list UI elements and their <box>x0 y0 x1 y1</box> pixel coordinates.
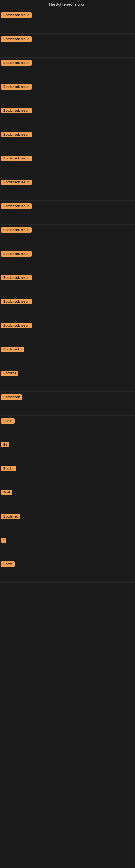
result-row-5: Bottleneck result <box>0 105 135 129</box>
bottleneck-badge-15[interactable]: Bottleneck r <box>1 347 24 352</box>
results-list: Bottleneck resultBottleneck resultBottle… <box>0 10 135 583</box>
bottleneck-badge-20[interactable]: Bottler <box>1 466 16 471</box>
result-row-10: Bottleneck result <box>0 225 135 248</box>
bottleneck-badge-9[interactable]: Bottleneck result <box>1 204 32 209</box>
result-row-1: Bottleneck result <box>0 10 135 34</box>
result-row-3: Bottleneck result <box>0 58 135 82</box>
result-row-22: Bottlenec <box>0 511 135 535</box>
result-row-21: Bottl <box>0 487 135 511</box>
bottleneck-badge-13[interactable]: Bottleneck result <box>1 299 32 304</box>
result-row-24: Bottle <box>0 559 135 583</box>
result-row-23: B <box>0 535 135 559</box>
result-row-6: Bottleneck result <box>0 129 135 153</box>
result-row-16: Bottlene <box>0 368 135 392</box>
bottleneck-badge-10[interactable]: Bottleneck result <box>1 227 32 233</box>
result-row-12: Bottleneck result <box>0 272 135 296</box>
bottleneck-badge-16[interactable]: Bottlene <box>1 371 18 376</box>
result-row-11: Bottleneck result <box>0 248 135 272</box>
site-header: TheBottlenecker.com <box>0 0 135 10</box>
bottleneck-badge-19[interactable]: Bo <box>1 442 9 447</box>
bottleneck-badge-24[interactable]: Bottle <box>1 561 14 567</box>
result-row-2: Bottleneck result <box>0 34 135 58</box>
bottleneck-badge-7[interactable]: Bottleneck result <box>1 156 32 161</box>
result-row-4: Bottleneck result <box>0 82 135 105</box>
result-row-8: Bottleneck result <box>0 177 135 201</box>
bottleneck-badge-17[interactable]: Bottleneck <box>1 394 22 400</box>
bottleneck-badge-3[interactable]: Bottleneck result <box>1 60 32 66</box>
bottleneck-badge-8[interactable]: Bottleneck result <box>1 180 32 185</box>
result-row-13: Bottleneck result <box>0 296 135 320</box>
bottleneck-badge-22[interactable]: Bottlenec <box>1 514 20 519</box>
result-row-7: Bottleneck result <box>0 153 135 177</box>
bottleneck-badge-14[interactable]: Bottleneck result <box>1 323 32 328</box>
result-row-17: Bottleneck <box>0 392 135 415</box>
bottleneck-badge-21[interactable]: Bottl <box>1 490 12 495</box>
result-row-9: Bottleneck result <box>0 201 135 225</box>
bottleneck-badge-6[interactable]: Bottleneck result <box>1 132 32 137</box>
bottleneck-badge-2[interactable]: Bottleneck result <box>1 36 32 42</box>
result-row-19: Bo <box>0 439 135 463</box>
bottleneck-badge-18[interactable]: Bottle <box>1 418 14 424</box>
bottleneck-badge-11[interactable]: Bottleneck result <box>1 251 32 257</box>
result-row-15: Bottleneck r <box>0 344 135 368</box>
site-title: TheBottlenecker.com <box>0 0 135 10</box>
result-row-14: Bottleneck result <box>0 320 135 344</box>
bottleneck-badge-4[interactable]: Bottleneck result <box>1 84 32 90</box>
bottleneck-badge-23[interactable]: B <box>1 538 6 542</box>
bottleneck-badge-1[interactable]: Bottleneck result <box>1 12 32 18</box>
result-row-20: Bottler <box>0 463 135 487</box>
bottleneck-badge-5[interactable]: Bottleneck result <box>1 108 32 113</box>
bottleneck-badge-12[interactable]: Bottleneck result <box>1 275 32 280</box>
result-row-18: Bottle <box>0 415 135 439</box>
